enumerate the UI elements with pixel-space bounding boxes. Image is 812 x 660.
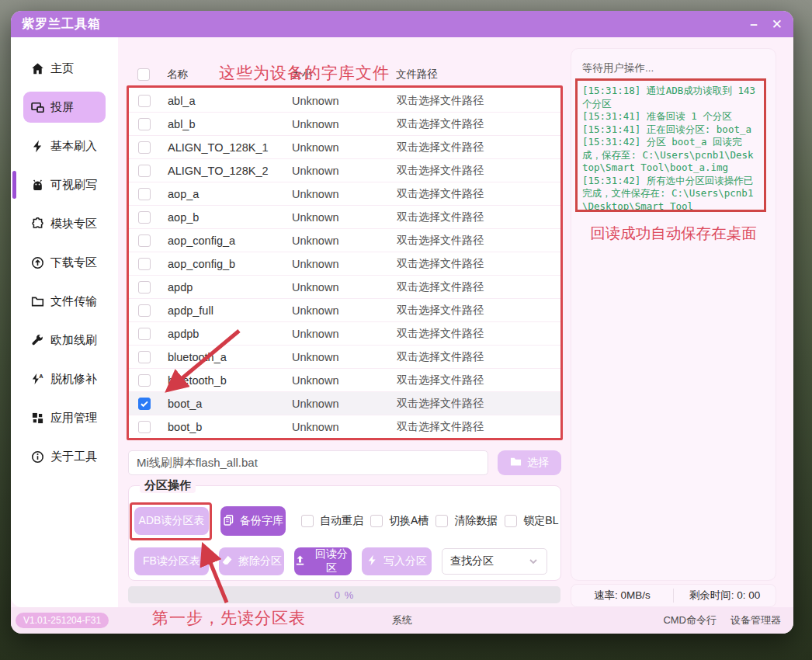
log-output[interactable]: [15:31:18] 通过ADB成功读取到 143 个分区[15:31:41] … [575,78,766,212]
table-row-aop_config_a[interactable]: aop_config_aUnknown双击选择文件路径 [129,229,560,252]
button-擦除分区[interactable]: 擦除分区 [219,547,284,575]
partition-size: Unknown [292,304,397,317]
row-checkbox[interactable] [138,258,151,270]
svg-text:A: A [39,373,43,380]
app-window: 紫罗兰工具箱 – ✕ 主页投屏基本刷入可视刷写模块专区下载专区文件传输欧加线刷A… [11,11,793,634]
row-checkbox[interactable] [138,95,151,107]
table-row-ALIGN_TO_128K_1[interactable]: ALIGN_TO_128K_1Unknown双击选择文件路径 [129,136,560,159]
screen-cast-icon [31,101,44,114]
wrench-icon [31,334,44,347]
partition-path[interactable]: 双击选择文件路径 [397,164,560,178]
partition-path[interactable]: 双击选择文件路径 [397,397,560,411]
select-file-button[interactable]: 选择 [498,450,561,475]
sidebar-item-label: 下载专区 [50,255,97,270]
checkbox[interactable] [370,515,383,527]
table-row-apdp[interactable]: apdpUnknown双击选择文件路径 [129,276,560,299]
button-label: 擦除分区 [238,554,282,568]
sidebar-item-投屏[interactable]: 投屏 [23,92,106,123]
button-写入分区[interactable]: 写入分区 [362,547,432,575]
row-checkbox[interactable] [138,165,151,177]
checkbox[interactable] [435,515,448,527]
sidebar-item-文件传输[interactable]: 文件传输 [23,286,106,317]
partition-path[interactable]: 双击选择文件路径 [397,117,560,131]
row-checkbox[interactable] [138,421,151,433]
annotation-save-note: 回读成功自动保存在桌面 [571,223,776,244]
table-row-aop_a[interactable]: aop_aUnknown双击选择文件路径 [129,182,560,206]
row-checkbox[interactable] [138,304,151,317]
table-row-bluetooth_b[interactable]: bluetooth_bUnknown双击选择文件路径 [129,369,560,392]
checkbox[interactable] [505,515,517,527]
script-file-row: 选择 [128,450,561,475]
option-checkboxes: 自动重启切换A槽清除数据锁定BL [294,514,558,528]
backup-firmware-button[interactable]: 备份字库 [220,506,286,536]
partition-path[interactable]: 双击选择文件路径 [397,373,560,387]
option-checkbox-锁定BL[interactable]: 锁定BL [505,514,558,528]
log-line: [15:31:41] 正在回读分区: boot_a [582,123,759,137]
sidebar-item-应用管理[interactable]: 应用管理 [23,402,106,433]
row-checkbox[interactable] [138,211,151,224]
option-checkbox-自动重启[interactable]: 自动重启 [301,514,363,528]
row-checkbox[interactable] [138,141,151,154]
table-row-aop_config_b[interactable]: aop_config_bUnknown双击选择文件路径 [129,252,560,276]
sidebar-item-关于工具[interactable]: 关于工具 [23,441,106,472]
partition-path[interactable]: 双击选择文件路径 [397,257,560,271]
partition-path[interactable]: 双击选择文件路径 [397,141,560,155]
row-checkbox[interactable] [138,351,151,363]
table-row-apdpb[interactable]: apdpbUnknown双击选择文件路径 [129,322,560,346]
close-button[interactable]: ✕ [772,18,783,31]
select-all-checkbox[interactable] [137,68,150,81]
partition-path[interactable]: 双击选择文件路径 [397,420,560,434]
option-checkbox-切换A槽[interactable]: 切换A槽 [370,514,429,528]
log-line: [15:31:42] 分区 boot_a 回读完成，保存至: C:\Users\… [582,136,759,175]
find-partition-select[interactable]: 查找分区 [442,548,547,575]
sidebar-item-主页[interactable]: 主页 [23,53,106,84]
status-text: 等待用户操作... [582,61,654,75]
puzzle-icon [31,217,44,231]
sidebar-item-下载专区[interactable]: 下载专区 [23,247,106,278]
row-checkbox[interactable] [138,328,151,340]
table-row-aop_b[interactable]: aop_bUnknown双击选择文件路径 [129,206,560,229]
adb-read-partition-button[interactable]: ADB读分区表 [134,507,209,535]
table-row-bluetooth_a[interactable]: bluetooth_aUnknown双击选择文件路径 [129,346,560,369]
checkbox-label: 自动重启 [320,514,363,528]
partition-path[interactable]: 双击选择文件路径 [397,94,560,108]
option-checkbox-清除数据[interactable]: 清除数据 [435,514,498,528]
row-checkbox[interactable] [138,118,151,130]
partition-path[interactable]: 双击选择文件路径 [397,350,560,364]
row-checkbox[interactable] [138,398,151,410]
script-path-input[interactable] [128,450,488,475]
table-row-ALIGN_TO_128K_2[interactable]: ALIGN_TO_128K_2Unknown双击选择文件路径 [129,159,560,182]
partition-path[interactable]: 双击选择文件路径 [397,234,560,248]
folder-icon [510,456,522,470]
sidebar-item-欧加线刷[interactable]: 欧加线刷 [23,325,106,356]
bolt-icon [366,554,378,568]
partition-path[interactable]: 双击选择文件路径 [397,304,560,318]
sidebar-item-label: 主页 [50,61,74,76]
button-FB读分区表[interactable]: FB读分区表 [134,547,209,575]
sidebar-item-模块专区[interactable]: 模块专区 [23,208,106,239]
checkbox[interactable] [301,515,314,527]
sidebar-item-label: 文件传输 [50,294,97,309]
button-回读分区[interactable]: 回读分区 [294,547,352,575]
row-checkbox[interactable] [138,234,151,247]
sidebar-item-可视刷写[interactable]: 可视刷写 [23,169,106,200]
copy-icon [223,514,234,528]
table-row-apdp_full[interactable]: apdp_fullUnknown双击选择文件路径 [129,299,560,322]
partition-path[interactable]: 双击选择文件路径 [397,187,560,201]
sidebar-item-基本刷入[interactable]: 基本刷入 [23,130,106,162]
sidebar-item-脱机修补[interactable]: A脱机修补 [23,363,106,394]
partition-path[interactable]: 双击选择文件路径 [397,280,560,294]
partition-path[interactable]: 双击选择文件路径 [397,327,560,341]
table-row-abl_a[interactable]: abl_aUnknown双击选择文件路径 [129,89,560,113]
table-row-boot_a[interactable]: boot_aUnknown双击选择文件路径 [129,392,560,415]
table-row-boot_b[interactable]: boot_bUnknown双击选择文件路径 [129,415,560,439]
row-checkbox[interactable] [138,281,151,294]
partition-size: Unknown [292,165,397,177]
table-row-abl_b[interactable]: abl_bUnknown双击选择文件路径 [129,113,560,136]
minimize-button[interactable]: – [750,18,757,31]
row-checkbox[interactable] [138,374,151,387]
partition-path[interactable]: 双击选择文件路径 [397,210,560,224]
main-content: 名称 大小 文件路径 abl_aUnknown双击选择文件路径abl_bUnkn… [128,37,563,607]
partition-name: aop_b [168,211,292,224]
row-checkbox[interactable] [138,188,151,200]
